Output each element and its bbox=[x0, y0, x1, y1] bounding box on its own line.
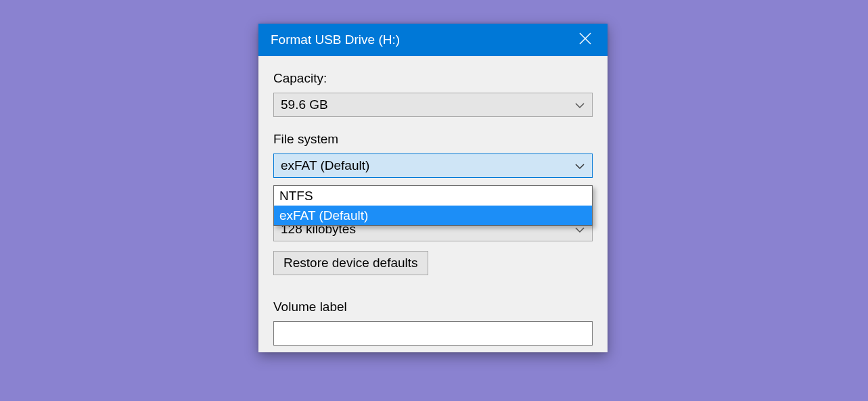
filesystem-select[interactable]: exFAT (Default) bbox=[273, 154, 593, 178]
chevron-down-icon bbox=[574, 158, 585, 173]
filesystem-option-exfat[interactable]: exFAT (Default) bbox=[274, 206, 592, 225]
restore-defaults-button[interactable]: Restore device defaults bbox=[273, 251, 428, 275]
capacity-value: 59.6 GB bbox=[281, 97, 328, 112]
format-dialog: Format USB Drive (H:) Capacity: 59.6 GB … bbox=[258, 24, 608, 352]
volume-label-label: Volume label bbox=[273, 300, 593, 314]
chevron-down-icon bbox=[574, 97, 585, 112]
filesystem-dropdown: NTFS exFAT (Default) bbox=[273, 185, 593, 226]
capacity-label: Capacity: bbox=[273, 71, 593, 86]
dialog-body: Capacity: 59.6 GB File system exFAT (Def… bbox=[258, 56, 608, 352]
dialog-title: Format USB Drive (H:) bbox=[271, 32, 400, 47]
titlebar: Format USB Drive (H:) bbox=[258, 24, 608, 56]
capacity-select[interactable]: 59.6 GB bbox=[273, 93, 593, 117]
close-button[interactable] bbox=[563, 24, 608, 56]
filesystem-option-ntfs[interactable]: NTFS bbox=[274, 186, 592, 206]
close-icon bbox=[579, 32, 591, 47]
volume-label-input[interactable] bbox=[273, 321, 593, 346]
filesystem-label: File system bbox=[273, 132, 593, 147]
filesystem-value: exFAT (Default) bbox=[281, 158, 369, 173]
